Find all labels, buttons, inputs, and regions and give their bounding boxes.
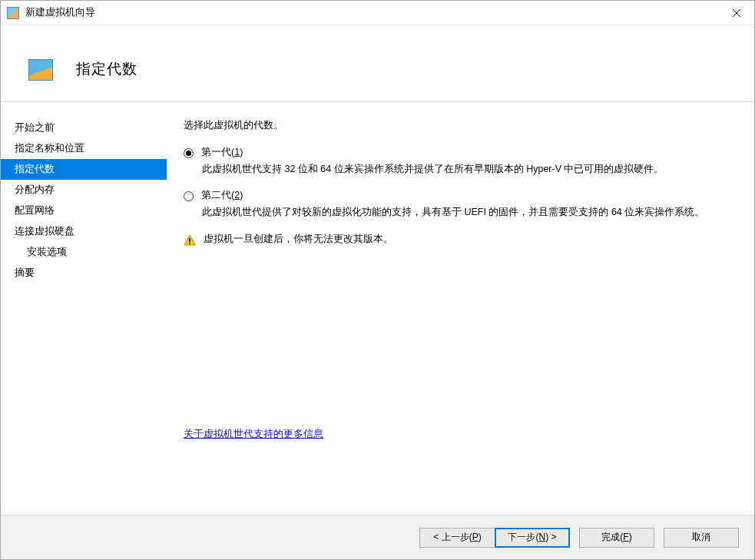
sidebar-step-7[interactable]: 摘要 <box>1 263 167 283</box>
sidebar-step-1[interactable]: 指定名称和位置 <box>1 138 167 159</box>
option-gen2-desc: 此虚拟机世代提供了对较新的虚拟化功能的支持，具有基于 UEFI 的固件，并且需要… <box>202 205 731 220</box>
finish-button[interactable]: 完成(F) <box>579 528 654 548</box>
option-gen2[interactable]: 第二代(2) <box>184 189 731 202</box>
wizard-window: 新建虚拟机向导 指定代数 开始之前指定名称和位置指定代数分配内存配置网络连接虚拟… <box>0 0 755 560</box>
next-button[interactable]: 下一步(N) > <box>495 528 570 548</box>
svg-rect-4 <box>189 243 190 244</box>
wizard-header: 指定代数 <box>1 25 754 102</box>
radio-gen1[interactable] <box>184 148 194 158</box>
sidebar-step-3[interactable]: 分配内存 <box>1 180 167 200</box>
wizard-content: 选择此虚拟机的代数。 第一代(1) 此虚拟机世代支持 32 位和 64 位来宾操… <box>167 102 754 515</box>
more-info-link[interactable]: 关于虚拟机世代支持的更多信息 <box>184 428 323 441</box>
option-gen1-desc: 此虚拟机世代支持 32 位和 64 位来宾操作系统并提供了在所有早期版本的 Hy… <box>202 162 731 177</box>
intro-text: 选择此虚拟机的代数。 <box>184 119 731 132</box>
wizard-footer: < 上一步(P) 下一步(N) > 完成(F) 取消 <box>1 515 754 559</box>
cancel-button[interactable]: 取消 <box>664 528 739 548</box>
radio-gen2[interactable] <box>184 191 194 201</box>
close-button[interactable] <box>719 1 754 25</box>
option-gen2-label: 第二代(2) <box>201 189 243 202</box>
close-icon <box>733 9 740 17</box>
sidebar-step-4[interactable]: 配置网络 <box>1 200 167 221</box>
titlebar: 新建虚拟机向导 <box>1 1 754 25</box>
wizard-steps-sidebar: 开始之前指定名称和位置指定代数分配内存配置网络连接虚拟硬盘安装选项摘要 <box>1 102 167 515</box>
sidebar-step-2[interactable]: 指定代数 <box>1 159 167 180</box>
svg-rect-3 <box>189 238 190 242</box>
sidebar-step-6[interactable]: 安装选项 <box>1 242 167 263</box>
sidebar-step-0[interactable]: 开始之前 <box>1 118 167 138</box>
warning-text: 虚拟机一旦创建后，你将无法更改其版本。 <box>204 233 393 246</box>
app-icon <box>7 7 19 19</box>
wizard-icon <box>28 59 53 81</box>
warning-row: 虚拟机一旦创建后，你将无法更改其版本。 <box>184 233 731 247</box>
page-title: 指定代数 <box>76 59 137 79</box>
prev-button[interactable]: < 上一步(P) <box>419 528 495 548</box>
window-title: 新建虚拟机向导 <box>25 6 95 19</box>
option-gen1-label: 第一代(1) <box>201 146 243 159</box>
option-gen1[interactable]: 第一代(1) <box>184 146 731 159</box>
warning-icon <box>184 234 196 247</box>
sidebar-step-5[interactable]: 连接虚拟硬盘 <box>1 221 167 242</box>
